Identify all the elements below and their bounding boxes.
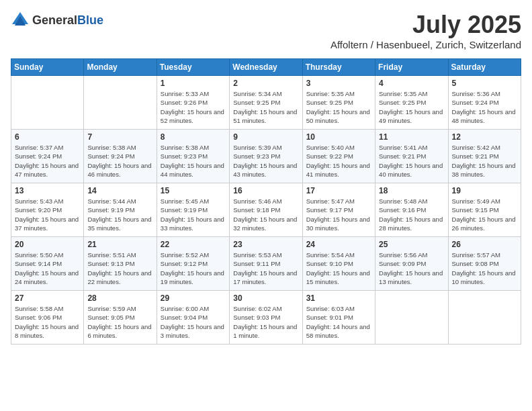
day-number: 23 <box>233 240 298 249</box>
day-info: Sunrise: 5:44 AMSunset: 9:19 PMDaylight:… <box>87 197 152 232</box>
calendar-day <box>375 291 448 345</box>
calendar-day: 7Sunrise: 5:38 AMSunset: 9:24 PMDaylight… <box>84 130 157 183</box>
calendar-week-3: 13Sunrise: 5:43 AMSunset: 9:20 PMDayligh… <box>11 183 521 237</box>
day-number: 6 <box>15 132 80 142</box>
calendar-day: 21Sunrise: 5:51 AMSunset: 9:13 PMDayligh… <box>84 237 157 291</box>
logo: GeneralBlue <box>11 11 103 30</box>
calendar-table: SundayMondayTuesdayWednesdayThursdayFrid… <box>11 58 521 345</box>
calendar-day: 10Sunrise: 5:40 AMSunset: 9:22 PMDayligh… <box>302 130 375 183</box>
calendar-week-4: 20Sunrise: 5:50 AMSunset: 9:14 PMDayligh… <box>11 237 521 291</box>
day-info: Sunrise: 5:40 AMSunset: 9:22 PMDaylight:… <box>306 143 371 179</box>
day-info: Sunrise: 5:57 AMSunset: 9:08 PMDaylight:… <box>452 250 517 286</box>
calendar-day: 9Sunrise: 5:39 AMSunset: 9:23 PMDaylight… <box>230 130 302 183</box>
logo-icon <box>11 11 30 30</box>
day-number: 5 <box>452 79 517 88</box>
calendar-day <box>11 76 84 130</box>
day-number: 29 <box>161 293 226 303</box>
day-number: 18 <box>379 186 444 195</box>
day-info: Sunrise: 5:58 AMSunset: 9:06 PMDaylight:… <box>15 304 80 340</box>
location-title: Affoltern / Hasenbueel, Zurich, Switzerl… <box>330 39 521 50</box>
weekday-header-friday: Friday <box>375 59 448 76</box>
day-number: 22 <box>161 240 226 249</box>
day-number: 12 <box>452 132 517 142</box>
day-info: Sunrise: 5:51 AMSunset: 9:13 PMDaylight:… <box>87 250 152 286</box>
calendar-day: 29Sunrise: 6:00 AMSunset: 9:04 PMDayligh… <box>157 291 229 345</box>
day-number: 24 <box>306 240 371 249</box>
weekday-header-thursday: Thursday <box>302 59 375 76</box>
calendar-day: 18Sunrise: 5:48 AMSunset: 9:16 PMDayligh… <box>375 183 448 237</box>
day-number: 11 <box>379 132 444 142</box>
calendar-day: 6Sunrise: 5:37 AMSunset: 9:24 PMDaylight… <box>11 130 84 183</box>
title-block: July 2025 Affoltern / Hasenbueel, Zurich… <box>330 11 521 50</box>
calendar-day: 16Sunrise: 5:46 AMSunset: 9:18 PMDayligh… <box>230 183 302 237</box>
calendar-day: 1Sunrise: 5:33 AMSunset: 9:26 PMDaylight… <box>157 76 229 130</box>
day-number: 9 <box>233 132 298 142</box>
calendar-day: 26Sunrise: 5:57 AMSunset: 9:08 PMDayligh… <box>448 237 521 291</box>
day-number: 15 <box>161 186 226 195</box>
day-info: Sunrise: 5:49 AMSunset: 9:15 PMDaylight:… <box>452 197 517 232</box>
day-number: 28 <box>87 293 152 303</box>
day-info: Sunrise: 5:41 AMSunset: 9:21 PMDaylight:… <box>379 143 444 179</box>
day-number: 4 <box>379 79 444 88</box>
day-info: Sunrise: 5:56 AMSunset: 9:09 PMDaylight:… <box>379 250 444 286</box>
day-info: Sunrise: 5:53 AMSunset: 9:11 PMDaylight:… <box>233 250 298 286</box>
calendar-week-1: 1Sunrise: 5:33 AMSunset: 9:26 PMDaylight… <box>11 76 521 130</box>
month-title: July 2025 <box>330 11 521 39</box>
calendar-day: 14Sunrise: 5:44 AMSunset: 9:19 PMDayligh… <box>84 183 157 237</box>
calendar-day: 27Sunrise: 5:58 AMSunset: 9:06 PMDayligh… <box>11 291 84 345</box>
weekday-header-wednesday: Wednesday <box>230 59 302 76</box>
day-info: Sunrise: 5:54 AMSunset: 9:10 PMDaylight:… <box>306 250 371 286</box>
day-number: 3 <box>306 79 371 88</box>
day-number: 27 <box>15 293 80 303</box>
page-header: GeneralBlue July 2025 Affoltern / Hasenb… <box>11 11 521 50</box>
day-number: 26 <box>452 240 517 249</box>
day-info: Sunrise: 5:46 AMSunset: 9:18 PMDaylight:… <box>233 197 298 232</box>
calendar-day: 2Sunrise: 5:34 AMSunset: 9:25 PMDaylight… <box>230 76 302 130</box>
calendar-day <box>84 76 157 130</box>
calendar-day: 3Sunrise: 5:35 AMSunset: 9:25 PMDaylight… <box>302 76 375 130</box>
day-info: Sunrise: 5:37 AMSunset: 9:24 PMDaylight:… <box>15 143 80 179</box>
weekday-header-monday: Monday <box>84 59 157 76</box>
calendar-day: 17Sunrise: 5:47 AMSunset: 9:17 PMDayligh… <box>302 183 375 237</box>
calendar-day: 11Sunrise: 5:41 AMSunset: 9:21 PMDayligh… <box>375 130 448 183</box>
day-info: Sunrise: 5:42 AMSunset: 9:21 PMDaylight:… <box>452 143 517 179</box>
day-number: 13 <box>15 186 80 195</box>
calendar-day: 25Sunrise: 5:56 AMSunset: 9:09 PMDayligh… <box>375 237 448 291</box>
calendar-week-2: 6Sunrise: 5:37 AMSunset: 9:24 PMDaylight… <box>11 130 521 183</box>
weekday-header-tuesday: Tuesday <box>157 59 229 76</box>
day-number: 21 <box>87 240 152 249</box>
day-info: Sunrise: 5:47 AMSunset: 9:17 PMDaylight:… <box>306 197 371 232</box>
day-info: Sunrise: 5:59 AMSunset: 9:05 PMDaylight:… <box>87 304 152 340</box>
day-info: Sunrise: 5:34 AMSunset: 9:25 PMDaylight:… <box>233 89 298 125</box>
day-info: Sunrise: 5:48 AMSunset: 9:16 PMDaylight:… <box>379 197 444 232</box>
calendar-week-5: 27Sunrise: 5:58 AMSunset: 9:06 PMDayligh… <box>11 291 521 345</box>
calendar-day: 24Sunrise: 5:54 AMSunset: 9:10 PMDayligh… <box>302 237 375 291</box>
day-number: 7 <box>87 132 152 142</box>
calendar-day: 28Sunrise: 5:59 AMSunset: 9:05 PMDayligh… <box>84 291 157 345</box>
calendar-day: 30Sunrise: 6:02 AMSunset: 9:03 PMDayligh… <box>230 291 302 345</box>
day-number: 20 <box>15 240 80 249</box>
calendar-day: 22Sunrise: 5:52 AMSunset: 9:12 PMDayligh… <box>157 237 229 291</box>
calendar-day: 31Sunrise: 6:03 AMSunset: 9:01 PMDayligh… <box>302 291 375 345</box>
day-info: Sunrise: 5:35 AMSunset: 9:25 PMDaylight:… <box>306 89 371 125</box>
calendar-day: 13Sunrise: 5:43 AMSunset: 9:20 PMDayligh… <box>11 183 84 237</box>
calendar-day: 8Sunrise: 5:38 AMSunset: 9:23 PMDaylight… <box>157 130 229 183</box>
logo-text-blue: Blue <box>77 13 103 27</box>
day-number: 10 <box>306 132 371 142</box>
day-number: 30 <box>233 293 298 303</box>
day-info: Sunrise: 5:52 AMSunset: 9:12 PMDaylight:… <box>161 250 226 286</box>
day-number: 17 <box>306 186 371 195</box>
calendar-header-row: SundayMondayTuesdayWednesdayThursdayFrid… <box>11 59 521 76</box>
calendar-day: 20Sunrise: 5:50 AMSunset: 9:14 PMDayligh… <box>11 237 84 291</box>
day-info: Sunrise: 5:43 AMSunset: 9:20 PMDaylight:… <box>15 197 80 232</box>
day-number: 14 <box>87 186 152 195</box>
day-number: 8 <box>161 132 226 142</box>
day-number: 25 <box>379 240 444 249</box>
day-info: Sunrise: 5:38 AMSunset: 9:24 PMDaylight:… <box>87 143 152 179</box>
calendar-day: 4Sunrise: 5:35 AMSunset: 9:25 PMDaylight… <box>375 76 448 130</box>
logo-text-general: General <box>32 13 77 27</box>
day-info: Sunrise: 6:03 AMSunset: 9:01 PMDaylight:… <box>306 304 371 340</box>
day-info: Sunrise: 5:33 AMSunset: 9:26 PMDaylight:… <box>161 89 226 125</box>
day-number: 2 <box>233 79 298 88</box>
day-info: Sunrise: 5:35 AMSunset: 9:25 PMDaylight:… <box>379 89 444 125</box>
